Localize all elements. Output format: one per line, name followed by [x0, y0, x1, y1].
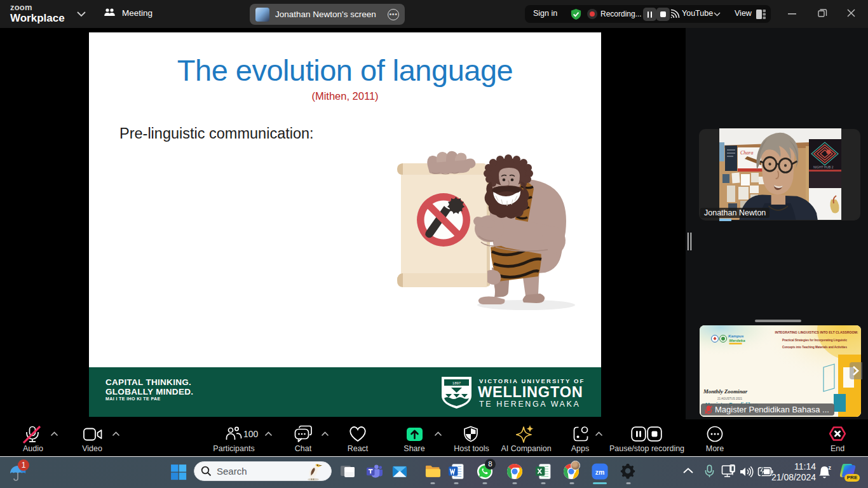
- svg-text:1897: 1897: [452, 381, 461, 385]
- svg-text:Concepts into Teaching Materia: Concepts into Teaching Materials and Act…: [782, 346, 847, 349]
- svg-text:INTEGRATING LINGUISTICS INTO E: INTEGRATING LINGUISTICS INTO ELT CLASSRO…: [775, 330, 858, 334]
- svg-text:21 AGUSTUS 2021: 21 AGUSTUS 2021: [717, 397, 743, 400]
- svg-text:TE HERENGA WAKA: TE HERENGA WAKA: [479, 400, 580, 409]
- svg-text:Merdeka: Merdeka: [729, 338, 746, 342]
- svg-text:Chara: Chara: [740, 150, 753, 156]
- svg-text:Practical Strategies for Incor: Practical Strategies for Incorporating L…: [782, 339, 847, 342]
- svg-text:NIGHT HUB 2: NIGHT HUB 2: [813, 165, 834, 169]
- svg-text:z: z: [829, 464, 832, 471]
- svg-text:Kampus: Kampus: [728, 334, 744, 338]
- svg-text:WELLINGTON: WELLINGTON: [478, 384, 583, 400]
- svg-text:Monthly Zoominar: Monthly Zoominar: [703, 388, 748, 395]
- svg-text:zm: zm: [595, 468, 605, 476]
